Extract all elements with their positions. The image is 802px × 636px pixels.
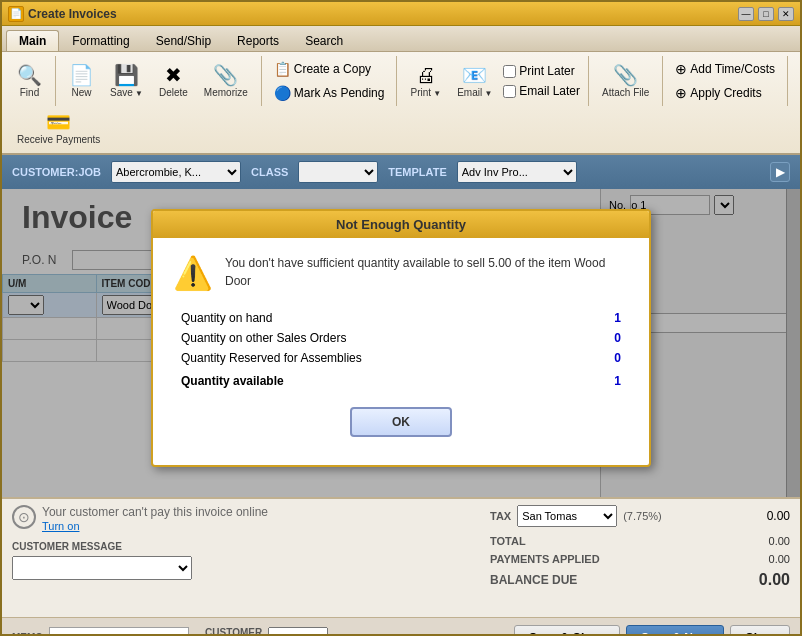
- credits-icon: ⊕: [675, 85, 687, 101]
- tab-sendship[interactable]: Send/Ship: [143, 30, 224, 51]
- separator-4: [588, 56, 589, 106]
- total-label: TOTAL: [490, 535, 526, 547]
- find-button[interactable]: 🔍 Find: [10, 61, 49, 102]
- attach-file-button[interactable]: 📎 Attach File: [595, 61, 656, 102]
- turn-on-link[interactable]: Turn on: [42, 520, 80, 532]
- class-label: CLASS: [251, 166, 288, 178]
- total-value: 0.00: [730, 535, 790, 547]
- tax-amount: 0.00: [730, 509, 790, 523]
- print-email-options: Print Later Email Later: [501, 62, 582, 100]
- memorize-button[interactable]: 📎 Memorize: [197, 61, 255, 102]
- memo-input[interactable]: [49, 627, 189, 637]
- customer-message-label: CUSTOMER MESSAGE: [12, 541, 480, 552]
- attach-icon: 📎: [613, 65, 638, 85]
- new-button[interactable]: 📄 New: [62, 61, 101, 102]
- payments-applied-value: 0.00: [730, 553, 790, 565]
- qty-value-2: 0: [582, 328, 629, 348]
- online-icon: ⊙: [12, 505, 36, 529]
- qty-label-3: Quantity Reserved for Assemblies: [173, 348, 582, 368]
- app-window: 📄 Create Invoices — □ ✕ Main Formatting …: [0, 0, 802, 636]
- mark-as-pending-button[interactable]: 🔵 Mark As Pending: [268, 82, 391, 104]
- title-bar-left: 📄 Create Invoices: [8, 6, 117, 22]
- print-button[interactable]: 🖨 Print: [403, 61, 448, 102]
- not-enough-quantity-dialog: Not Enough Quantity ⚠️ You don't have su…: [151, 209, 651, 467]
- separator-1: [55, 56, 56, 106]
- title-bar: 📄 Create Invoices — □ ✕: [2, 2, 800, 26]
- modal-overlay: Not Enough Quantity ⚠️ You don't have su…: [2, 189, 800, 497]
- title-bar-controls: — □ ✕: [738, 7, 794, 21]
- tax-row: TAX San Tomas (7.75%) 0.00: [490, 505, 790, 527]
- qty-value-3: 0: [582, 348, 629, 368]
- tax-code-select[interactable]: Tax: [268, 627, 328, 637]
- separator-2: [261, 56, 262, 106]
- footer: ⊙ Your customer can't pay this invoice o…: [2, 497, 800, 617]
- separator-3: [396, 56, 397, 106]
- qty-available-label: Quantity available: [173, 368, 582, 391]
- balance-due-row: BALANCE DUE 0.00: [490, 569, 790, 591]
- add-time-costs-button[interactable]: ⊕ Add Time/Costs: [669, 58, 781, 80]
- new-icon: 📄: [69, 65, 94, 85]
- balance-due-value: 0.00: [759, 571, 790, 589]
- footer-left: ⊙ Your customer can't pay this invoice o…: [12, 505, 480, 580]
- tax-select[interactable]: San Tomas: [517, 505, 617, 527]
- balance-due-label: BALANCE DUE: [490, 573, 577, 587]
- save-button[interactable]: 💾 Save: [103, 61, 150, 102]
- expand-button[interactable]: ▶: [770, 162, 790, 182]
- warning-icon: ⚠️: [173, 254, 213, 292]
- action-buttons-row: MEMO CUSTOMER TAX CODE Tax Save & Close …: [2, 617, 800, 636]
- qty-label-2: Quantity on other Sales Orders: [173, 328, 582, 348]
- tax-label: TAX: [490, 510, 511, 522]
- tab-search[interactable]: Search: [292, 30, 356, 51]
- dialog-body: ⚠️ You don't have sufficient quantity av…: [153, 238, 649, 465]
- toolbar: 🔍 Find 📄 New 💾 Save ✖ Delete 📎 Memorize …: [2, 52, 800, 155]
- class-select[interactable]: [298, 161, 378, 183]
- dialog-message-row: ⚠️ You don't have sufficient quantity av…: [173, 254, 629, 292]
- customer-job-label: CUSTOMER:JOB: [12, 166, 101, 178]
- minimize-button[interactable]: —: [738, 7, 754, 21]
- qty-value-1: 1: [582, 308, 629, 328]
- create-copy-button[interactable]: 📋 Create a Copy: [268, 58, 377, 80]
- save-icon: 💾: [114, 65, 139, 85]
- online-text: Your customer can't pay this invoice onl…: [42, 505, 268, 533]
- quantity-available-row: Quantity available 1: [173, 368, 629, 391]
- apply-credits-button[interactable]: ⊕ Apply Credits: [669, 82, 767, 104]
- clear-button[interactable]: Clear: [730, 625, 790, 637]
- payments-icon: 💳: [46, 112, 71, 132]
- payments-applied-label: PAYMENTS APPLIED: [490, 553, 600, 565]
- qty-available-value: 1: [582, 368, 629, 391]
- quantity-row-1: Quantity on hand 1: [173, 308, 629, 328]
- content-area: Invoice P.O. N U/M ITEM CODE TAX: [2, 189, 800, 497]
- receive-payments-button[interactable]: 💳 Receive Payments: [10, 108, 107, 149]
- quantity-row-2: Quantity on other Sales Orders 0: [173, 328, 629, 348]
- email-later-checkbox[interactable]: Email Later: [501, 82, 582, 100]
- delete-icon: ✖: [165, 65, 182, 85]
- tab-formatting[interactable]: Formatting: [59, 30, 142, 51]
- tab-main[interactable]: Main: [6, 30, 59, 51]
- footer-right: TAX San Tomas (7.75%) 0.00 TOTAL 0.00 PA…: [490, 505, 790, 591]
- restore-button[interactable]: □: [758, 7, 774, 21]
- qty-label-1: Quantity on hand: [173, 308, 582, 328]
- delete-button[interactable]: ✖ Delete: [152, 61, 195, 102]
- total-row: TOTAL 0.00: [490, 533, 790, 549]
- tab-reports[interactable]: Reports: [224, 30, 292, 51]
- template-select[interactable]: Adv Inv Pro...: [457, 161, 577, 183]
- payments-applied-row: PAYMENTS APPLIED 0.00: [490, 551, 790, 567]
- customer-select[interactable]: Abercrombie, K...: [111, 161, 241, 183]
- ok-button[interactable]: OK: [350, 407, 452, 437]
- email-button[interactable]: 📧 Email: [450, 61, 499, 102]
- separator-6: [787, 56, 788, 106]
- memo-label: MEMO: [12, 632, 43, 636]
- print-later-checkbox[interactable]: Print Later: [501, 62, 576, 80]
- window-title: Create Invoices: [28, 7, 117, 21]
- customer-message-select[interactable]: [12, 556, 192, 580]
- time-icon: ⊕: [675, 61, 687, 77]
- dialog-table: Quantity on hand 1 Quantity on other Sal…: [173, 308, 629, 391]
- save-new-button[interactable]: Save & New: [626, 625, 724, 637]
- close-button[interactable]: ✕: [778, 7, 794, 21]
- quantity-row-3: Quantity Reserved for Assemblies 0: [173, 348, 629, 368]
- print-icon: 🖨: [416, 65, 436, 85]
- template-label: TEMPLATE: [388, 166, 446, 178]
- memo-section: MEMO CUSTOMER TAX CODE Tax: [12, 627, 328, 637]
- create-copy-group: 📋 Create a Copy 🔵 Mark As Pending: [268, 58, 391, 104]
- save-close-button[interactable]: Save & Close: [514, 625, 620, 637]
